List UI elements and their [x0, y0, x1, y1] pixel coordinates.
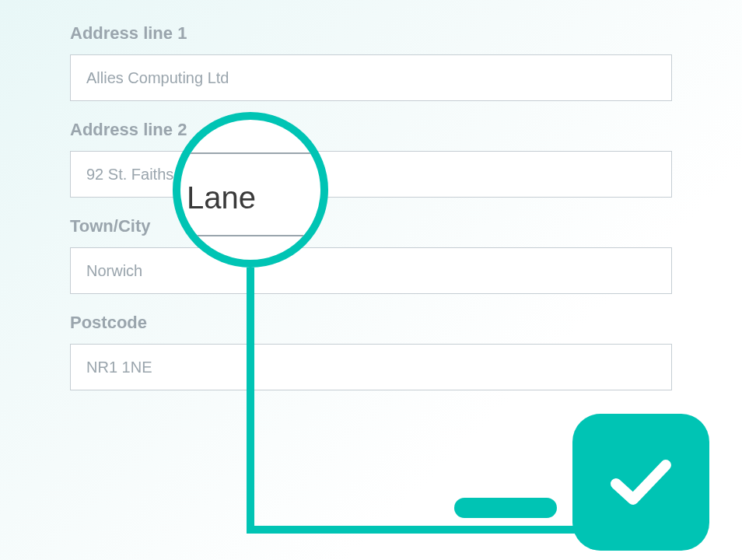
accent-pill [454, 498, 557, 518]
label-town-city: Town/City [70, 216, 672, 236]
address-form: Address line 1 Address line 2 Town/City … [0, 0, 742, 390]
magnifier-top-border [180, 152, 320, 154]
input-address-line-1[interactable] [70, 54, 672, 101]
magnifier-text: Lane [187, 180, 256, 215]
field-address-line-1: Address line 1 [70, 23, 672, 101]
field-postcode: Postcode [70, 313, 672, 390]
label-address-line-2: Address line 2 [70, 120, 672, 140]
magnifier-bottom-border [180, 235, 320, 236]
magnifier-inner: Lane [180, 120, 320, 260]
connector-line-vertical [247, 268, 254, 534]
label-postcode: Postcode [70, 313, 672, 333]
validation-badge [572, 414, 709, 551]
connector-line-horizontal [247, 526, 581, 534]
check-icon [602, 442, 680, 523]
field-town-city: Town/City [70, 216, 672, 294]
input-town-city[interactable] [70, 247, 672, 294]
label-address-line-1: Address line 1 [70, 23, 672, 44]
magnifier-lens: Lane [173, 112, 328, 268]
input-address-line-2[interactable] [70, 151, 672, 198]
input-postcode[interactable] [70, 344, 672, 390]
field-address-line-2: Address line 2 [70, 120, 672, 198]
